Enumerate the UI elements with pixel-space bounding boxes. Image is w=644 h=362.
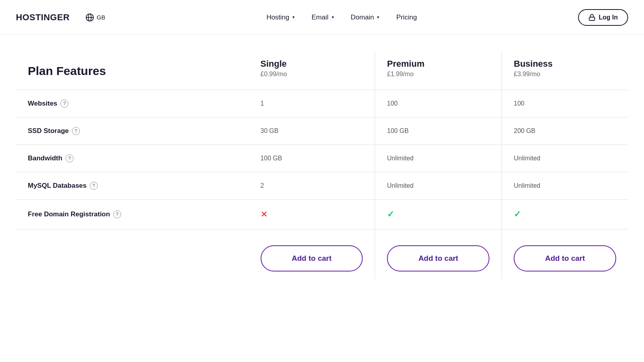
feature-value-cell: 100 [375,90,502,117]
check-icon: ✓ [387,209,394,219]
feature-value: 2 [261,182,264,189]
feature-name: Websites? [28,100,237,108]
help-icon[interactable]: ? [90,182,98,190]
table-row: SSD Storage? 30 GB100 GB200 GB [16,117,628,145]
plan-single-price: £0.99/mo [261,71,287,77]
feature-value-cell: Unlimited [502,145,628,172]
add-to-cart-button-single[interactable]: Add to cart [261,245,363,272]
table-row: Bandwidth? 100 GBUnlimitedUnlimited [16,145,628,172]
navbar: HOSTINGER GB Hosting ▾ Email ▾ Domain ▾ … [0,0,644,35]
help-icon[interactable]: ? [60,100,68,108]
feature-name: Free Domain Registration? [28,210,237,218]
feature-value: 30 GB [261,127,278,134]
region-label: GB [97,14,105,21]
feature-value: Unlimited [514,155,540,162]
add-to-cart-cell-premium: Add to cart [375,229,502,279]
feature-value-cell: 1 [249,90,375,117]
plan-premium-name: Premium [387,59,489,69]
plan-header-business: Business £3.99/mo [502,51,628,90]
add-to-cart-cell-business: Add to cart [502,229,628,279]
table-header-row: Plan Features Single £0.99/mo Premium £1… [16,51,628,90]
table-row: MySQL Databases? 2UnlimitedUnlimited [16,172,628,200]
plan-business-price: £3.99/mo [514,71,540,77]
help-icon[interactable]: ? [72,127,80,135]
chevron-down-icon: ▾ [292,15,295,20]
feature-value-cell: 30 GB [249,117,375,145]
section-title: Plan Features [28,64,237,78]
login-button[interactable]: Log In [578,9,628,26]
nav-email[interactable]: Email ▾ [305,10,340,25]
plan-business-name: Business [514,59,616,69]
feature-value: 1 [261,100,264,107]
add-to-cart-cell-single: Add to cart [249,229,375,279]
feature-value: 100 [387,100,398,107]
help-icon[interactable]: ? [66,154,73,162]
add-to-cart-button-business[interactable]: Add to cart [514,245,616,272]
feature-value-cell: 2 [249,172,375,200]
feature-name: MySQL Databases? [28,182,237,190]
chevron-down-icon: ▾ [377,15,379,20]
nav-domain[interactable]: Domain ▾ [344,10,386,25]
feature-value: Unlimited [514,182,540,189]
add-to-cart-button-premium[interactable]: Add to cart [387,245,489,272]
table-row: Free Domain Registration? ✕✓✓ [16,200,628,229]
table-row: Websites? 1100100 [16,90,628,117]
plan-single-name: Single [261,59,363,69]
chevron-down-icon: ▾ [332,15,334,20]
feature-value: 200 GB [514,127,535,134]
feature-name: SSD Storage? [28,127,237,135]
feature-value-cell: Unlimited [375,172,502,200]
plan-header-premium: Premium £1.99/mo [375,51,502,90]
feature-value-cell: Unlimited [375,145,502,172]
help-icon[interactable]: ? [113,210,121,218]
plan-premium-price: £1.99/mo [387,71,414,77]
cross-icon: ✕ [261,210,267,219]
nav-pricing[interactable]: Pricing [390,10,423,25]
region-selector[interactable]: GB [85,13,105,22]
feature-value-cell: 200 GB [502,117,628,145]
feature-value-cell: Unlimited [502,172,628,200]
feature-value-cell: 100 GB [249,145,375,172]
brand-logo: HOSTINGER [16,12,70,23]
plan-features-table: Plan Features Single £0.99/mo Premium £1… [16,51,628,279]
features-header-cell: Plan Features [16,51,249,90]
feature-value-cell: 100 [502,90,628,117]
feature-value-cell: ✓ [502,200,628,229]
nav-center: Hosting ▾ Email ▾ Domain ▾ Pricing [260,10,424,25]
feature-value: Unlimited [387,155,414,162]
check-icon: ✓ [514,209,521,219]
globe-icon [85,13,94,22]
button-row: Add to cartAdd to cartAdd to cart [16,229,628,279]
feature-value-cell: ✕ [249,200,375,229]
main-content: Plan Features Single £0.99/mo Premium £1… [0,35,644,303]
feature-value: 100 GB [387,127,408,134]
feature-value: Unlimited [387,182,414,189]
feature-name: Bandwidth? [28,154,237,162]
lock-icon [588,14,596,21]
feature-value: 100 [514,100,524,107]
feature-value-cell: 100 GB [375,117,502,145]
svg-rect-3 [589,17,595,20]
nav-hosting[interactable]: Hosting ▾ [260,10,302,25]
feature-value: 100 GB [261,155,282,162]
feature-value-cell: ✓ [375,200,502,229]
plan-header-single: Single £0.99/mo [249,51,375,90]
